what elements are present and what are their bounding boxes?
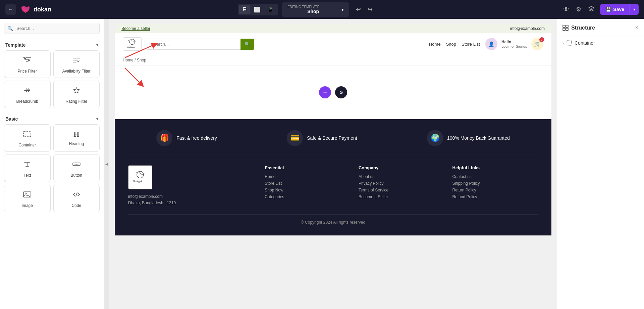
footer-essential-column: Essential Home Store List Shop Now Categ… bbox=[265, 165, 351, 206]
collapse-icon: ◀ bbox=[105, 162, 108, 166]
save-dropdown-button[interactable]: ▾ bbox=[630, 4, 639, 14]
widget-heading[interactable]: H Heading bbox=[53, 124, 100, 152]
svg-text:Markppde: Markppde bbox=[133, 180, 143, 183]
widget-text[interactable]: Text bbox=[4, 154, 51, 182]
nav-store-list[interactable]: Store List bbox=[462, 42, 480, 47]
template-selector-inner: EDITING TEMPLATE Shop bbox=[287, 5, 339, 14]
preview-button[interactable]: 👁 bbox=[562, 5, 571, 14]
footer-feature-delivery: 🎁 Fast & free delivery bbox=[156, 130, 217, 146]
footer-link-privacy[interactable]: Privacy Policy bbox=[359, 181, 444, 186]
structure-panel-title: Structure bbox=[571, 25, 595, 31]
become-seller-link[interactable]: Become a seller bbox=[121, 26, 150, 31]
layers-button[interactable] bbox=[587, 4, 596, 15]
undo-button[interactable]: ↩ bbox=[353, 4, 364, 14]
login-signup-text[interactable]: Login or Signup bbox=[501, 44, 527, 48]
svg-point-4 bbox=[24, 57, 26, 59]
template-section-chevron: ▾ bbox=[96, 43, 98, 47]
add-element-button[interactable]: + bbox=[319, 86, 331, 98]
container-icon bbox=[22, 130, 32, 140]
availability-filter-label: Availablity Filter bbox=[62, 69, 91, 74]
svg-point-10 bbox=[25, 193, 26, 194]
search-icon: 🔍 bbox=[7, 26, 13, 31]
right-panel-close-button[interactable]: × bbox=[635, 24, 639, 31]
preview-breadcrumb: Home / Shop bbox=[115, 55, 551, 65]
guarantee-text: 100% Money Back Guaranted bbox=[447, 135, 510, 141]
widget-button[interactable]: Button bbox=[53, 154, 100, 182]
footer-location: Dhaka, Bangladesh - 1219 bbox=[128, 200, 257, 206]
mobile-device-btn[interactable]: 📱 bbox=[265, 5, 277, 14]
code-widget-icon bbox=[72, 190, 81, 201]
footer-link-refund[interactable]: Refund Policy bbox=[452, 194, 538, 199]
button-widget-icon bbox=[72, 160, 81, 170]
cart-icon[interactable]: 🛒 0 bbox=[531, 38, 543, 50]
footer-link-about[interactable]: About us bbox=[359, 174, 444, 179]
save-label: Save bbox=[613, 7, 624, 12]
preview-user: 👤 Hello Login or Signup 🛒 0 bbox=[485, 38, 543, 50]
template-section-header[interactable]: Template ▾ bbox=[0, 38, 104, 50]
footer-link-home[interactable]: Home bbox=[265, 174, 351, 179]
footer-link-return[interactable]: Return Policy bbox=[452, 188, 538, 192]
right-panel-header: Structure × bbox=[557, 19, 644, 37]
rating-filter-label: Rating Filter bbox=[65, 99, 87, 104]
svg-rect-19 bbox=[563, 28, 565, 31]
element-settings-button[interactable]: ⚙ bbox=[335, 86, 347, 98]
footer-link-store-list[interactable]: Store List bbox=[265, 181, 351, 186]
heading-icon: H bbox=[73, 130, 79, 139]
widget-code[interactable]: Code bbox=[53, 185, 100, 212]
footer-copyright: © Copyright 2024 All rights reserved bbox=[128, 214, 538, 225]
search-input[interactable] bbox=[4, 23, 100, 34]
widget-image[interactable]: Image bbox=[4, 185, 51, 212]
price-filter-icon bbox=[22, 56, 32, 66]
redo-button[interactable]: ↪ bbox=[365, 4, 375, 14]
price-filter-label: Price Filter bbox=[18, 69, 37, 74]
desktop-device-btn[interactable]: 🖥 bbox=[239, 5, 250, 14]
preview-footer: 🎁 Fast & free delivery 💳 Safe & Secure P… bbox=[115, 119, 551, 235]
footer-divider bbox=[128, 157, 538, 157]
rating-filter-icon bbox=[72, 86, 81, 96]
heading-label: Heading bbox=[69, 141, 84, 146]
preview-nav: Home Shop Store List bbox=[429, 42, 480, 47]
save-button[interactable]: 💾 Save bbox=[600, 4, 630, 15]
widget-rating-filter[interactable]: Rating Filter bbox=[53, 81, 100, 108]
editing-label: EDITING TEMPLATE bbox=[287, 5, 339, 9]
footer-link-categories[interactable]: Categories bbox=[265, 194, 351, 199]
footer-link-shop-now[interactable]: Shop Now bbox=[265, 188, 351, 192]
logo-icon bbox=[20, 4, 31, 15]
widget-container[interactable]: Container bbox=[4, 124, 51, 152]
preview-logo: Markppde bbox=[123, 37, 142, 51]
nav-home[interactable]: Home bbox=[429, 42, 441, 47]
image-label: Image bbox=[22, 203, 33, 208]
template-widget-grid: Price Filter Availablity Filter bbox=[0, 50, 104, 112]
template-selector[interactable]: EDITING TEMPLATE Shop ▾ bbox=[282, 2, 349, 17]
topbar-center: 🖥 ⬜ 📱 EDITING TEMPLATE Shop ▾ bbox=[238, 2, 349, 17]
footer-helpful-column: Helpful Links Contact us Shipping Policy… bbox=[452, 165, 538, 206]
nav-shop[interactable]: Shop bbox=[446, 42, 456, 47]
preview-search-button[interactable]: 🔍 bbox=[240, 39, 254, 50]
widget-availability-filter[interactable]: Availablity Filter bbox=[53, 50, 100, 78]
structure-container-item[interactable]: › Container bbox=[557, 37, 644, 49]
canvas-inner: Become a seller info@example.com Markppd… bbox=[115, 24, 551, 235]
footer-link-terms[interactable]: Terms of Service bbox=[359, 188, 444, 192]
image-widget-icon bbox=[22, 190, 32, 201]
user-avatar: 👤 bbox=[485, 38, 497, 50]
footer-link-shipping[interactable]: Shipping Policy bbox=[452, 181, 538, 186]
payment-icon: 💳 bbox=[287, 130, 303, 146]
contact-email: info@example.com bbox=[510, 26, 545, 31]
code-label: Code bbox=[71, 203, 81, 208]
settings-button[interactable]: ⚙ bbox=[575, 4, 583, 14]
footer-link-contact[interactable]: Contact us bbox=[452, 174, 538, 179]
preview-search-input[interactable] bbox=[147, 39, 240, 50]
footer-address: info@example.com Dhaka, Bangladesh - 121… bbox=[128, 193, 257, 206]
tablet-device-btn[interactable]: ⬜ bbox=[251, 5, 263, 14]
widget-price-filter[interactable]: Price Filter bbox=[4, 50, 51, 78]
widget-breadcrumb[interactable]: Breadcrumb bbox=[4, 81, 51, 108]
svg-rect-21 bbox=[567, 41, 572, 45]
collapse-handle[interactable]: ◀ bbox=[104, 19, 109, 309]
helpful-links-title: Helpful Links bbox=[452, 165, 538, 170]
back-button[interactable]: ← bbox=[5, 4, 16, 15]
template-section-title: Template bbox=[5, 42, 25, 48]
footer-logo-box: Markppde bbox=[128, 165, 152, 189]
structure-container-label: Container bbox=[575, 40, 595, 46]
basic-section-header[interactable]: Basic ▾ bbox=[0, 112, 104, 124]
footer-link-become-seller[interactable]: Become a Seller bbox=[359, 194, 444, 199]
